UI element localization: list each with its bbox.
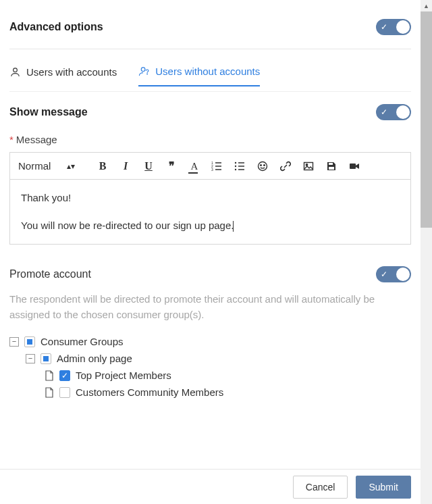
submit-button[interactable]: Submit <box>356 476 411 499</box>
checkbox-partial[interactable] <box>40 353 51 364</box>
svg-rect-14 <box>329 163 333 165</box>
check-icon: ✓ <box>381 23 387 31</box>
scrollbar-thumb[interactable] <box>421 11 432 228</box>
svg-point-13 <box>306 163 307 165</box>
advanced-options-toggle[interactable]: ✓ <box>376 19 411 35</box>
show-message-toggle[interactable]: ✓ <box>376 104 411 120</box>
tree-label: Customers Community Members <box>76 386 223 398</box>
page-icon <box>45 387 54 398</box>
collapse-icon[interactable]: − <box>26 354 35 363</box>
section-title-show-message: Show message <box>9 106 88 118</box>
tabs: Users with accounts Users without accoun… <box>9 49 411 92</box>
checkbox-partial[interactable] <box>24 336 35 347</box>
message-label: Message <box>16 134 57 145</box>
select-caret-icon: ▴▾ <box>67 161 75 171</box>
underline-button[interactable]: U <box>142 160 155 172</box>
link-button[interactable] <box>280 161 292 172</box>
vertical-scrollbar[interactable]: ▲ <box>421 0 432 504</box>
text-cursor <box>233 221 234 232</box>
unordered-list-button[interactable] <box>234 161 246 172</box>
tree-leaf-top-project[interactable]: Top Project Members <box>9 367 411 384</box>
user-icon <box>9 66 21 78</box>
footer: Cancel Submit <box>0 469 421 504</box>
tree-node-admin-only[interactable]: − Admin only page <box>9 350 411 367</box>
toggle-knob <box>396 20 410 34</box>
message-label-row: * Message <box>9 126 411 152</box>
editor-line: Thank you! <box>21 191 400 206</box>
consumer-groups-tree: − Consumer Groups − Admin only page Top … <box>9 333 411 401</box>
italic-button[interactable]: I <box>119 160 132 172</box>
svg-rect-15 <box>329 167 334 170</box>
section-title-advanced: Advanced options <box>9 21 103 33</box>
svg-point-10 <box>261 164 262 166</box>
cancel-button[interactable]: Cancel <box>293 476 348 499</box>
promote-description: The respondent will be directed to promo… <box>9 292 411 333</box>
format-value: Normal <box>18 160 51 172</box>
emoji-button[interactable] <box>257 161 269 172</box>
page-icon <box>45 370 54 381</box>
video-button[interactable] <box>349 161 361 172</box>
rich-text-editor: Normal ▴▾ B I U ❞ A 123 <box>9 152 411 245</box>
tree-label: Consumer Groups <box>40 336 124 347</box>
svg-rect-16 <box>350 163 356 169</box>
bold-button[interactable]: B <box>97 160 109 172</box>
text-color-button[interactable]: A <box>188 160 200 172</box>
editor-toolbar: Normal ▴▾ B I U ❞ A 123 <box>10 153 410 180</box>
tab-label: Users without accounts <box>155 66 260 77</box>
collapse-icon[interactable]: − <box>9 337 19 347</box>
svg-point-2 <box>147 74 148 74</box>
tree-label: Admin only page <box>57 353 132 364</box>
image-button[interactable] <box>303 161 315 172</box>
checkbox-checked[interactable] <box>59 370 70 381</box>
tab-users-with-accounts[interactable]: Users with accounts <box>9 66 117 86</box>
svg-point-7 <box>235 165 236 166</box>
format-select[interactable]: Normal ▴▾ <box>18 160 86 172</box>
tab-users-without-accounts[interactable]: Users without accounts <box>138 66 260 86</box>
scroll-up-arrow[interactable]: ▲ <box>421 0 432 11</box>
save-button[interactable] <box>326 161 338 172</box>
ordered-list-button[interactable]: 123 <box>211 161 223 172</box>
quote-button[interactable]: ❞ <box>165 159 178 172</box>
svg-point-0 <box>14 68 18 72</box>
svg-point-1 <box>141 68 145 72</box>
check-icon: ✓ <box>381 108 387 116</box>
svg-point-6 <box>235 161 236 163</box>
tree-label: Top Project Members <box>76 370 171 381</box>
promote-account-toggle[interactable]: ✓ <box>376 266 411 282</box>
checkbox-unchecked[interactable] <box>59 387 70 398</box>
section-title-promote: Promote account <box>9 268 91 280</box>
tree-leaf-customers-community[interactable]: Customers Community Members <box>9 384 411 401</box>
toggle-knob <box>396 105 410 119</box>
svg-point-8 <box>235 168 236 170</box>
toggle-knob <box>396 268 410 281</box>
check-icon: ✓ <box>381 270 387 278</box>
svg-text:3: 3 <box>211 168 213 172</box>
user-question-icon <box>138 66 150 77</box>
svg-point-11 <box>264 164 265 166</box>
svg-point-9 <box>259 161 267 170</box>
required-mark: * <box>9 134 14 145</box>
editor-body[interactable]: Thank you! You will now be re-directed t… <box>10 180 410 244</box>
tree-node-root[interactable]: − Consumer Groups <box>9 333 411 350</box>
svg-rect-12 <box>304 162 313 170</box>
editor-line: You will now be re-directed to our sign … <box>21 220 234 231</box>
tab-label: Users with accounts <box>26 66 117 78</box>
